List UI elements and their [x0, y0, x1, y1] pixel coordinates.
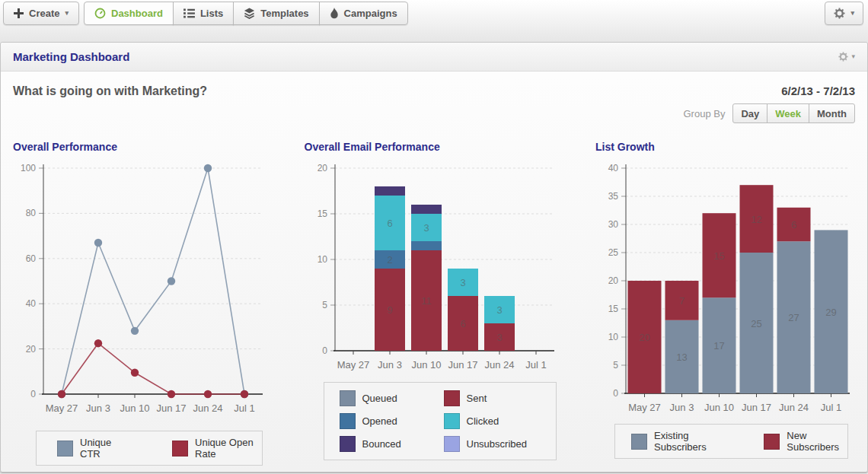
svg-text:6: 6: [460, 318, 465, 329]
legend-label: Unsubscribed: [467, 438, 528, 450]
legend-swatch: [764, 434, 780, 450]
list-growth-chart: List Growth 0510152025303540May 27Jun 3J…: [595, 141, 855, 466]
chart-legend: Existing SubscribersNew Subscribers: [614, 424, 848, 459]
svg-text:30: 30: [608, 219, 619, 230]
create-button[interactable]: Create ▾: [3, 2, 79, 25]
legend-item[interactable]: Unique Open Rate: [172, 437, 262, 460]
svg-text:3: 3: [423, 222, 429, 234]
svg-text:Jul 1: Jul 1: [821, 402, 841, 413]
svg-text:40: 40: [608, 163, 619, 173]
legend-item[interactable]: New Subscribers: [764, 430, 847, 453]
legend-label: Existing Subscribers: [654, 430, 727, 453]
gear-icon: [834, 8, 845, 19]
dashboard-body: What is going on with Marketing? 6/2/13 …: [1, 72, 867, 466]
svg-text:Jun 3: Jun 3: [86, 402, 110, 414]
main-toolbar: Create ▾ Dashboard Lists Templates Camp: [3, 2, 408, 25]
svg-text:May 27: May 27: [628, 402, 661, 413]
svg-text:0: 0: [322, 345, 327, 356]
group-by-day-button[interactable]: Day: [732, 103, 767, 123]
chart-title: Overall Performance: [13, 141, 267, 153]
svg-text:3: 3: [496, 332, 502, 343]
legend-label: Opened: [362, 415, 397, 427]
settings-dropdown-button[interactable]: ▾: [825, 2, 863, 25]
legend-item[interactable]: Sent: [444, 390, 548, 406]
tab-lists-label: Lists: [200, 8, 223, 19]
group-by-month-button[interactable]: Month: [809, 103, 855, 123]
flame-icon: [330, 8, 339, 19]
legend-item[interactable]: Opened: [340, 413, 444, 429]
chevron-down-icon: ▾: [65, 10, 69, 17]
svg-text:17: 17: [713, 340, 724, 352]
svg-text:20: 20: [317, 163, 327, 173]
chart-title: List Growth: [595, 141, 855, 153]
group-by-label: Group By: [684, 108, 726, 119]
panel-settings-button[interactable]: ▾: [838, 52, 855, 62]
svg-text:Jun 3: Jun 3: [670, 402, 694, 413]
svg-text:Jul 1: Jul 1: [525, 359, 546, 371]
legend-swatch: [444, 390, 460, 406]
svg-text:May 27: May 27: [337, 359, 369, 371]
tab-templates-label: Templates: [260, 8, 308, 19]
group-by-button-group: Day Week Month: [732, 103, 855, 123]
svg-text:Jun 17: Jun 17: [156, 402, 186, 414]
svg-text:Jul 1: Jul 1: [234, 402, 254, 414]
svg-text:10: 10: [608, 332, 619, 342]
svg-text:100: 100: [21, 163, 36, 173]
svg-text:Jun 24: Jun 24: [193, 402, 222, 414]
svg-text:Jun 10: Jun 10: [120, 402, 149, 414]
legend-item[interactable]: Clicked: [444, 413, 548, 429]
svg-text:20: 20: [608, 275, 619, 286]
nav-tab-group: Dashboard Lists Templates Campaigns: [84, 2, 408, 25]
tab-lists[interactable]: Lists: [173, 2, 234, 25]
svg-text:6: 6: [387, 218, 392, 229]
svg-text:15: 15: [608, 304, 619, 314]
svg-text:10: 10: [317, 254, 327, 265]
svg-text:35: 35: [608, 191, 619, 202]
legend-item[interactable]: Unique CTR: [57, 437, 123, 460]
svg-text:12: 12: [751, 214, 761, 225]
stacked-bar-chart-canvas: 0510152025303540May 27Jun 3Jun 10Jun 17J…: [595, 156, 855, 424]
tab-templates[interactable]: Templates: [233, 2, 319, 25]
svg-text:May 27: May 27: [46, 402, 78, 414]
chevron-down-icon: ▾: [850, 10, 854, 17]
group-by-week-button[interactable]: Week: [767, 103, 809, 123]
layers-icon: [244, 8, 255, 19]
svg-text:20: 20: [26, 344, 37, 355]
legend-label: Queued: [362, 393, 397, 404]
legend-label: Clicked: [467, 415, 499, 427]
svg-text:2: 2: [387, 254, 392, 266]
svg-text:29: 29: [825, 307, 836, 318]
svg-text:5: 5: [322, 300, 327, 310]
svg-text:Jun 17: Jun 17: [448, 359, 477, 371]
legend-item[interactable]: Bounced: [340, 436, 444, 452]
svg-text:15: 15: [317, 208, 327, 219]
legend-item[interactable]: Unsubscribed: [444, 436, 548, 452]
svg-text:Jun 10: Jun 10: [411, 359, 441, 371]
legend-label: Bounced: [362, 438, 401, 450]
legend-label: Unique CTR: [80, 437, 123, 460]
legend-swatch: [444, 413, 460, 429]
legend-item[interactable]: Queued: [340, 390, 444, 406]
svg-text:25: 25: [608, 247, 619, 258]
tab-campaigns[interactable]: Campaigns: [319, 2, 408, 25]
gear-icon: [838, 52, 848, 62]
svg-text:Jun 3: Jun 3: [378, 359, 402, 371]
svg-text:Jun 17: Jun 17: [742, 402, 771, 413]
svg-text:20: 20: [639, 332, 649, 343]
chart-legend: Unique CTRUnique Open Rate: [36, 431, 263, 466]
svg-text:9: 9: [387, 304, 392, 316]
dashboard-gauge-icon: [94, 8, 106, 19]
dashboard-panel: Marketing Dashboard ▾ What is going on w…: [0, 42, 868, 472]
legend-swatch: [340, 436, 356, 452]
svg-text:15: 15: [713, 250, 724, 262]
legend-item[interactable]: Existing Subscribers: [631, 430, 727, 453]
date-range: 6/2/13 - 7/2/13: [781, 84, 855, 97]
tab-dashboard[interactable]: Dashboard: [84, 2, 174, 25]
line-chart-canvas: 020406080100May 27Jun 3Jun 10Jun 17Jun 2…: [13, 156, 267, 425]
svg-text:13: 13: [676, 352, 687, 363]
create-button-label: Create: [29, 8, 59, 19]
list-icon: [183, 8, 195, 18]
svg-text:Jun 24: Jun 24: [779, 402, 809, 413]
legend-swatch: [172, 441, 188, 457]
email-performance-chart: Overall Email Performance 05101520May 27…: [305, 141, 559, 466]
